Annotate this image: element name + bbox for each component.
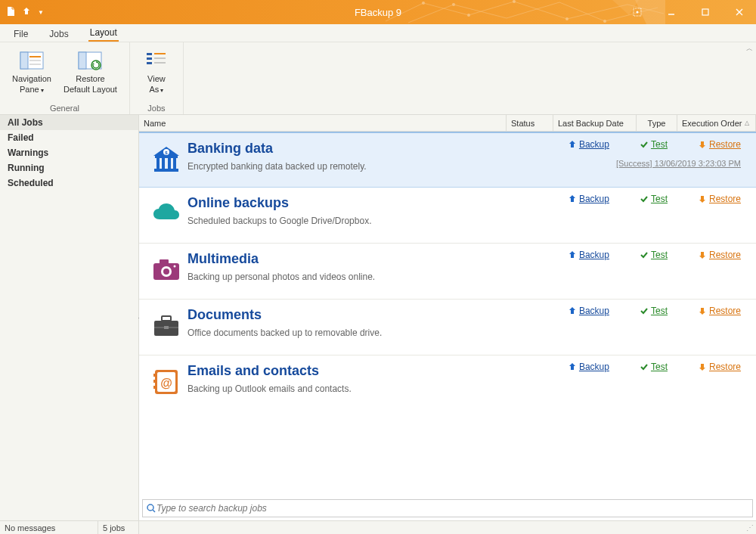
arrow-down-icon: [698, 194, 707, 203]
test-action[interactable]: Test: [640, 362, 668, 372]
test-action[interactable]: Test: [640, 250, 668, 260]
navigation-pane-icon: [20, 47, 44, 74]
backup-action[interactable]: Backup: [568, 139, 609, 150]
svg-rect-22: [147, 62, 152, 64]
svg-rect-26: [155, 156, 178, 158]
sidebar: All Jobs Failed Warnings Running Schedul…: [0, 115, 139, 520]
check-icon: [640, 194, 649, 203]
view-as-button[interactable]: View As ▾: [136, 45, 177, 102]
col-last-backup-date[interactable]: Last Backup Date: [553, 115, 637, 131]
arrow-up-icon: [568, 250, 577, 259]
navigation-pane-button[interactable]: Navigation Pane ▾: [6, 45, 57, 102]
job-row[interactable]: @ Emails and contacts Backing up Outlook…: [139, 355, 756, 411]
ribbon-group-jobs: Jobs: [147, 102, 165, 113]
sidebar-item-scheduled[interactable]: Scheduled: [0, 175, 138, 191]
svg-rect-11: [702, 9, 708, 15]
status-messages[interactable]: No messages: [0, 521, 98, 534]
menu-layout[interactable]: Layout: [88, 24, 119, 42]
col-execution-order[interactable]: Execution Order△: [677, 115, 756, 131]
test-action[interactable]: Test: [640, 139, 668, 150]
job-desc: Backing up Outlook emails and contacts.: [187, 383, 747, 394]
upload-icon[interactable]: [21, 6, 32, 19]
restore-layout-button[interactable]: Restore Default Layout: [57, 45, 123, 102]
view-as-icon: [144, 47, 169, 74]
svg-point-4: [603, 20, 606, 23]
job-row[interactable]: Documents Office documents backed up to …: [139, 300, 756, 355]
bank-icon: $: [145, 141, 187, 178]
search-bar[interactable]: [142, 499, 753, 517]
svg-point-3: [565, 17, 569, 20]
job-row[interactable]: Multimedia Backing up personal photos an…: [139, 244, 756, 300]
test-action[interactable]: Test: [640, 306, 668, 316]
address-book-icon: @: [145, 363, 187, 402]
check-icon: [640, 362, 649, 371]
svg-rect-28: [162, 158, 165, 169]
svg-rect-29: [168, 158, 171, 169]
svg-point-37: [163, 269, 169, 275]
restore-layout-icon: [78, 47, 102, 74]
app-icon-button[interactable]: [620, 0, 654, 24]
qat-dropdown-icon[interactable]: ▼: [38, 9, 44, 16]
minimize-button[interactable]: [654, 0, 688, 24]
search-input[interactable]: [156, 503, 749, 514]
svg-point-1: [467, 14, 470, 17]
menu-jobs[interactable]: Jobs: [48, 26, 70, 42]
job-status[interactable]: [Success] 13/06/2019 3:23:03 PM: [616, 159, 741, 168]
sidebar-item-all-jobs[interactable]: All Jobs: [0, 115, 138, 130]
col-name[interactable]: Name: [139, 115, 507, 131]
restore-action[interactable]: Restore: [698, 362, 741, 372]
maximize-button[interactable]: [688, 0, 722, 24]
col-type[interactable]: Type: [637, 115, 677, 131]
test-action[interactable]: Test: [640, 194, 668, 204]
check-icon: [640, 306, 649, 315]
backup-action[interactable]: Backup: [568, 306, 609, 316]
arrow-up-icon: [568, 140, 577, 149]
sidebar-item-running[interactable]: Running: [0, 160, 138, 175]
arrow-down-icon: [698, 140, 707, 149]
check-icon: [640, 140, 649, 149]
svg-point-2: [513, 0, 516, 3]
resize-grip[interactable]: ⋰: [746, 523, 753, 532]
svg-rect-27: [156, 158, 160, 169]
svg-point-0: [422, 2, 425, 5]
ribbon: Navigation Pane ▾ Restore Default Layout…: [0, 42, 756, 115]
titlebar: ▼ FBackup 9: [0, 0, 756, 24]
arrow-down-icon: [698, 306, 707, 315]
sidebar-item-warnings[interactable]: Warnings: [0, 145, 138, 160]
col-status[interactable]: Status: [507, 115, 553, 131]
svg-rect-42: [164, 326, 169, 329]
search-icon: [146, 503, 156, 514]
ribbon-collapse-icon[interactable]: ︿: [746, 44, 753, 54]
svg-rect-18: [79, 52, 86, 69]
close-button[interactable]: [722, 0, 756, 24]
restore-action[interactable]: Restore: [698, 306, 741, 316]
arrow-up-icon: [568, 306, 577, 315]
sidebar-item-failed[interactable]: Failed: [0, 130, 138, 145]
column-headers: Name Status Last Backup Date Type Execut…: [139, 115, 756, 132]
svg-rect-21: [147, 57, 152, 60]
backup-action[interactable]: Backup: [568, 250, 609, 260]
svg-rect-31: [154, 169, 178, 172]
job-row[interactable]: Online backups Scheduled backups to Goog…: [139, 188, 756, 244]
app-title: FBackup 9: [355, 7, 401, 18]
status-job-count: 5 jobs: [98, 521, 139, 534]
backup-action[interactable]: Backup: [568, 362, 609, 372]
svg-rect-46: [153, 374, 156, 377]
job-row[interactable]: $ Banking data Encrypted banking data ba…: [139, 132, 756, 188]
new-doc-icon[interactable]: [6, 6, 17, 19]
restore-action[interactable]: Restore: [698, 139, 741, 150]
arrow-up-icon: [568, 194, 577, 203]
menu-file[interactable]: File: [12, 26, 29, 42]
briefcase-icon: [145, 307, 187, 346]
status-bar: No messages 5 jobs ⋰: [0, 520, 756, 534]
job-desc: Office documents backed up to removable …: [187, 328, 747, 338]
backup-action[interactable]: Backup: [568, 194, 609, 204]
restore-action[interactable]: Restore: [698, 194, 741, 204]
arrow-down-icon: [698, 250, 707, 259]
svg-point-49: [147, 505, 153, 511]
svg-point-38: [174, 265, 176, 268]
svg-rect-47: [153, 380, 156, 383]
cloud-icon: [145, 195, 187, 234]
main-area: All Jobs Failed Warnings Running Schedul…: [0, 115, 756, 520]
restore-action[interactable]: Restore: [698, 250, 741, 260]
